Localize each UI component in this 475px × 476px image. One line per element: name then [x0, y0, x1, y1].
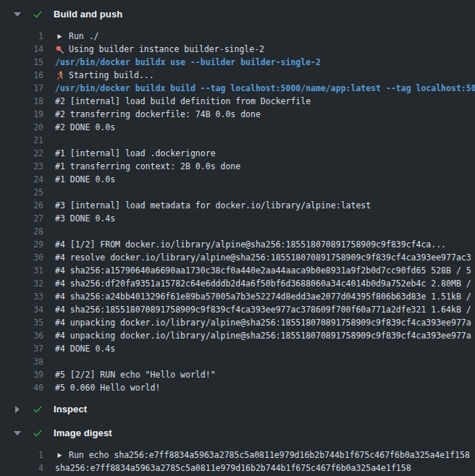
log-line: 4 sha256:e7ff8834a5963a2785c5a0811e979d1…	[0, 462, 475, 475]
runner-icon	[55, 71, 64, 80]
log-root: Build and push 1 Run ./ 14 Using builder…	[0, 2, 475, 476]
line-text: #4 resolve docker.io/library/alpine@sha2…	[55, 251, 475, 264]
pushpin-icon	[55, 45, 64, 54]
line-number[interactable]: 15	[0, 56, 43, 69]
chevron-down-icon[interactable]	[13, 10, 22, 19]
log-line: 24 #1 DONE 0.0s	[0, 173, 475, 186]
chevron-right-icon[interactable]	[13, 405, 22, 414]
line-number[interactable]: 19	[0, 108, 43, 121]
log-line: 16 Starting build...	[0, 69, 475, 82]
log-line: 39 #5 [2/2] RUN echo "Hello world!"	[0, 368, 475, 381]
section-title: Image digest	[54, 428, 112, 438]
line-text: #4 sha256:df20fa9351a15782c64e6dddb2d4a6…	[55, 277, 475, 290]
line-text: Run ./	[69, 30, 475, 43]
log-line: 20 #2 DONE 0.0s	[0, 121, 475, 134]
log-line: 1 Run echo sha256:e7ff8834a5963a2785c5a0…	[0, 449, 475, 462]
line-number[interactable]: 23	[0, 160, 43, 173]
line-number[interactable]: 28	[0, 225, 43, 238]
log-line: 26 #3 [internal] load metadata for docke…	[0, 199, 475, 212]
line-number[interactable]: 30	[0, 251, 43, 264]
line-text: #4 [1/2] FROM docker.io/library/alpine@s…	[55, 238, 475, 251]
line-number[interactable]: 26	[0, 199, 43, 212]
line-text: #1 [internal] load .dockerignore	[55, 147, 475, 160]
line-text: sha256:e7ff8834a5963a2785c5a0811e979d16b…	[55, 462, 475, 475]
line-number[interactable]: 40	[0, 381, 43, 394]
line-number[interactable]: 18	[0, 95, 43, 108]
section-title: Inspect	[54, 404, 87, 415]
line-text: #1 DONE 0.0s	[55, 173, 475, 186]
line-number[interactable]: 37	[0, 342, 43, 355]
play-icon[interactable]	[55, 451, 64, 460]
log-line: 32 #4 sha256:df20fa9351a15782c64e6dddb2d…	[0, 277, 475, 290]
log-line: 21	[0, 134, 475, 147]
log-line: 34 #4 sha256:185518070891758909c9f839cf4…	[0, 303, 475, 316]
line-number[interactable]: 32	[0, 277, 43, 290]
line-text: #3 [internal] load metadata for docker.i…	[55, 199, 475, 212]
line-number[interactable]: 33	[0, 290, 43, 303]
log-line: 27 #3 DONE 0.4s	[0, 212, 475, 225]
line-text: #5 0.060 Hello world!	[55, 381, 475, 394]
section-header[interactable]: Image digest	[0, 421, 475, 445]
section-header[interactable]: Build and push	[0, 2, 475, 26]
line-number[interactable]: 34	[0, 303, 43, 316]
line-number[interactable]: 22	[0, 147, 43, 160]
line-number[interactable]: 16	[0, 69, 43, 82]
line-number[interactable]: 1	[0, 449, 43, 462]
line-text: #4 sha256:185518070891758909c9f839cf4ca3…	[55, 303, 475, 316]
line-text: #4 unpacking docker.io/library/alpine@sh…	[55, 329, 475, 342]
log-line: 19 #2 transferring dockerfile: 74B 0.0s …	[0, 108, 475, 121]
log-line: 17 /usr/bin/docker buildx build --tag lo…	[0, 82, 475, 95]
check-icon	[33, 428, 43, 438]
line-number[interactable]: 29	[0, 238, 43, 251]
line-number[interactable]: 24	[0, 173, 43, 186]
line-number[interactable]: 20	[0, 121, 43, 134]
line-text: #5 [2/2] RUN echo "Hello world!"	[55, 368, 475, 381]
log-section: Image digest 1 Run echo sha256:e7ff8834a…	[0, 421, 475, 476]
line-number[interactable]: 4	[0, 462, 43, 475]
log-line: 15 /usr/bin/docker buildx use --builder …	[0, 56, 475, 69]
play-icon[interactable]	[55, 32, 64, 41]
line-number[interactable]: 38	[0, 355, 43, 368]
line-number[interactable]: 27	[0, 212, 43, 225]
section-title: Build and push	[54, 9, 122, 20]
line-text: #2 [internal] load build definition from…	[55, 95, 475, 108]
line-number[interactable]: 25	[0, 186, 43, 199]
line-text: Run echo sha256:e7ff8834a5963a2785c5a081…	[69, 449, 475, 462]
line-text: Using builder instance builder-single-2	[69, 43, 475, 56]
line-number[interactable]: 21	[0, 134, 43, 147]
line-number[interactable]: 1	[0, 30, 43, 43]
section-body: 1 Run echo sha256:e7ff8834a5963a2785c5a0…	[0, 445, 475, 476]
log-line: 37 #4 DONE 0.4s	[0, 342, 475, 355]
log-line: 1 Run ./	[0, 30, 475, 43]
line-text: /usr/bin/docker buildx use --builder bui…	[55, 56, 475, 69]
section-header[interactable]: Inspect	[0, 397, 475, 421]
log-line: 18 #2 [internal] load build definition f…	[0, 95, 475, 108]
log-line: 14 Using builder instance builder-single…	[0, 43, 475, 56]
log-line: 23 #1 transferring context: 2B 0.0s done	[0, 160, 475, 173]
line-text: #4 sha256:a24bb4013296f61e89ba57005a7b3e…	[55, 290, 475, 303]
log-section: Build and push 1 Run ./ 14 Using builder…	[0, 2, 475, 397]
check-icon	[33, 9, 43, 20]
log-section: Inspect	[0, 397, 475, 421]
chevron-down-icon[interactable]	[13, 429, 22, 438]
line-text: #1 transferring context: 2B 0.0s done	[55, 160, 475, 173]
line-text: #4 sha256:a15790640a6690aa1730c38cf0a440…	[55, 264, 475, 277]
log-line: 30 #4 resolve docker.io/library/alpine@s…	[0, 251, 475, 264]
log-line: 31 #4 sha256:a15790640a6690aa1730c38cf0a…	[0, 264, 475, 277]
log-line: 35 #4 unpacking docker.io/library/alpine…	[0, 316, 475, 329]
section-body: 1 Run ./ 14 Using builder instance build…	[0, 26, 475, 397]
line-text: #2 DONE 0.0s	[55, 121, 475, 134]
log-line: 29 #4 [1/2] FROM docker.io/library/alpin…	[0, 238, 475, 251]
line-text: #3 DONE 0.4s	[55, 212, 475, 225]
line-number[interactable]: 31	[0, 264, 43, 277]
line-number[interactable]: 36	[0, 329, 43, 342]
line-number[interactable]: 17	[0, 82, 43, 95]
line-number[interactable]: 14	[0, 43, 43, 56]
line-text: #4 DONE 0.4s	[55, 342, 475, 355]
log-line: 22 #1 [internal] load .dockerignore	[0, 147, 475, 160]
line-number[interactable]: 35	[0, 316, 43, 329]
line-text: Starting build...	[69, 69, 475, 82]
line-number[interactable]: 39	[0, 368, 43, 381]
log-line: 33 #4 sha256:a24bb4013296f61e89ba57005a7…	[0, 290, 475, 303]
check-icon	[33, 404, 43, 415]
